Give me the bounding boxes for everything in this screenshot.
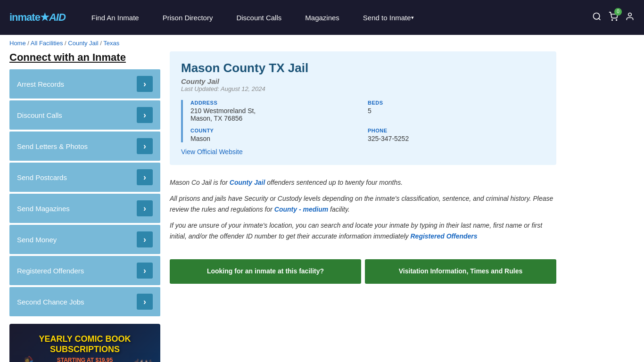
- sidebar-item-label: Send Letters & Photos: [17, 142, 88, 150]
- arrow-icon: ›: [137, 200, 153, 216]
- arrow-icon: ›: [137, 169, 153, 185]
- arrow-icon: ›: [137, 107, 153, 123]
- registered-offenders-link[interactable]: Registered Offenders: [410, 232, 477, 240]
- breadcrumb-home[interactable]: Home: [9, 40, 26, 47]
- user-icon[interactable]: [625, 12, 635, 24]
- sidebar-item-label: Send Money: [17, 236, 57, 244]
- description-para-1: Mason Co Jail is for County Jail offende…: [170, 177, 556, 188]
- description-section: Mason Co Jail is for County Jail offende…: [170, 173, 556, 252]
- county-block: COUNTY Mason: [190, 128, 368, 142]
- ad-banner[interactable]: 🦸 YEARLY COMIC BOOKSUBSCRIPTIONS STARTIN…: [9, 324, 160, 362]
- breadcrumb-county-jail[interactable]: County Jail: [68, 40, 98, 47]
- beds-value: 5: [368, 107, 545, 115]
- sidebar-item-registered-offenders[interactable]: Registered Offenders ›: [9, 256, 160, 285]
- sidebar-item-arrest-records[interactable]: Arrest Records ›: [9, 69, 160, 99]
- cart-count: 0: [614, 8, 622, 16]
- header: inmate★AID Find An Inmate Prison Directo…: [0, 0, 644, 35]
- county-jail-link[interactable]: County Jail: [230, 179, 265, 186]
- phone-block: PHONE 325-347-5252: [368, 128, 545, 142]
- breadcrumb-texas[interactable]: Texas: [103, 40, 119, 47]
- sidebar-item-label: Send Postcards: [17, 173, 67, 181]
- phone-value: 325-347-5252: [368, 135, 545, 142]
- find-inmate-button[interactable]: Looking for an inmate at this facility?: [170, 259, 361, 284]
- nav-send-to-inmate[interactable]: Send to Inmate: [351, 0, 426, 35]
- cart-icon[interactable]: 0: [609, 12, 618, 24]
- breadcrumb-all-facilities[interactable]: All Facilities: [31, 40, 63, 47]
- main-content: Mason County TX Jail County Jail Last Up…: [170, 51, 556, 362]
- action-buttons: Looking for an inmate at this facility? …: [170, 259, 556, 284]
- ad-title: YEARLY COMIC BOOKSUBSCRIPTIONS: [21, 334, 149, 354]
- county-medium-link[interactable]: County - medium: [274, 206, 328, 213]
- ad-starting-price: STARTING AT $19.95: [21, 357, 149, 362]
- svg-point-2: [612, 19, 613, 20]
- sidebar-item-label: Registered Offenders: [17, 267, 84, 275]
- county-label: COUNTY: [190, 128, 368, 133]
- phone-label: PHONE: [368, 128, 545, 133]
- sidebar-item-label: Send Magazines: [17, 205, 70, 213]
- logo[interactable]: inmate★AID: [9, 11, 66, 24]
- facility-details: ADDRESS 210 Westmoreland St,Mason, TX 76…: [181, 100, 545, 142]
- sidebar-title: Connect with an Inmate: [9, 51, 160, 64]
- arrow-icon: ›: [137, 263, 153, 279]
- sidebar-item-second-chance-jobs[interactable]: Second Chance Jobs ›: [9, 287, 160, 316]
- website-link-container: View Official Website: [181, 148, 545, 156]
- nav-discount-calls[interactable]: Discount Calls: [224, 0, 293, 35]
- description-para-3: If you are unsure of your inmate's locat…: [170, 220, 556, 241]
- main-nav: Find An Inmate Prison Directory Discount…: [80, 0, 592, 35]
- address-value: 210 Westmoreland St,Mason, TX 76856: [190, 107, 368, 122]
- arrow-icon: ›: [137, 231, 153, 247]
- main-container: Connect with an Inmate Arrest Records › …: [0, 51, 566, 362]
- svg-line-1: [599, 18, 601, 20]
- search-icon[interactable]: [592, 12, 602, 24]
- county-value: Mason: [190, 135, 368, 142]
- nav-prison-directory[interactable]: Prison Directory: [151, 0, 225, 35]
- address-block: ADDRESS 210 Westmoreland St,Mason, TX 76…: [190, 100, 368, 122]
- svg-point-0: [594, 13, 600, 19]
- breadcrumb: Home / All Facilities / County Jail / Te…: [0, 35, 644, 51]
- sidebar-item-discount-calls[interactable]: Discount Calls ›: [9, 100, 160, 130]
- official-website-link[interactable]: View Official Website: [181, 148, 243, 156]
- beds-label: BEDS: [368, 100, 545, 106]
- facility-updated: Last Updated: August 12, 2024: [181, 85, 545, 92]
- facility-card: Mason County TX Jail County Jail Last Up…: [170, 51, 556, 165]
- beds-block: BEDS 5: [368, 100, 545, 122]
- nav-find-inmate[interactable]: Find An Inmate: [80, 0, 151, 35]
- logo-text: inmate★AID: [9, 11, 66, 24]
- arrow-icon: ›: [137, 138, 153, 154]
- sidebar-menu: Arrest Records › Discount Calls › Send L…: [9, 69, 160, 316]
- address-label: ADDRESS: [190, 100, 368, 106]
- sidebar-item-send-money[interactable]: Send Money ›: [9, 225, 160, 254]
- description-para-2: All prisons and jails have Security or C…: [170, 193, 556, 214]
- sidebar-item-label: Discount Calls: [17, 111, 62, 119]
- arrow-icon: ›: [137, 294, 153, 310]
- sidebar-item-send-letters[interactable]: Send Letters & Photos ›: [9, 132, 160, 161]
- facility-type: County Jail: [181, 77, 545, 85]
- header-icons: 0: [592, 12, 635, 24]
- svg-point-3: [616, 19, 617, 20]
- sidebar-item-label: Second Chance Jobs: [17, 298, 84, 306]
- sidebar-item-send-magazines[interactable]: Send Magazines ›: [9, 194, 160, 223]
- sidebar-item-label: Arrest Records: [17, 80, 64, 88]
- visitation-button[interactable]: Visitation Information, Times and Rules: [365, 259, 556, 284]
- sidebar: Connect with an Inmate Arrest Records › …: [9, 51, 160, 362]
- sidebar-item-send-postcards[interactable]: Send Postcards ›: [9, 163, 160, 192]
- nav-magazines[interactable]: Magazines: [293, 0, 351, 35]
- facility-name: Mason County TX Jail: [181, 61, 545, 75]
- svg-point-4: [628, 13, 632, 16]
- arrow-icon: ›: [137, 76, 153, 92]
